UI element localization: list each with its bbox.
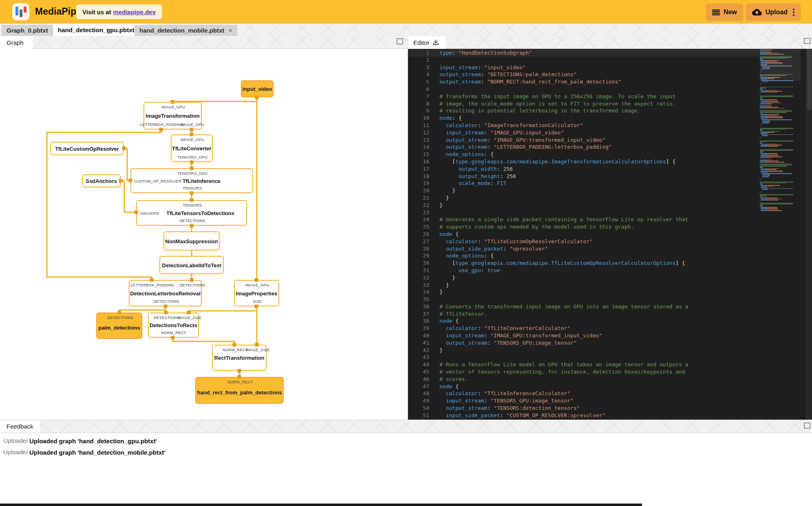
line-number: 34 xyxy=(408,288,429,296)
graph-node-input_video[interactable]: input_video xyxy=(241,80,274,97)
graph-node-palm_detections[interactable]: DETECTIONSpalm_detections xyxy=(96,312,142,339)
tab-graph-panel[interactable]: Graph xyxy=(0,36,33,49)
tab-label: hand_detection_gpu.pbtxt xyxy=(58,26,135,33)
line-number: 10 xyxy=(408,114,429,122)
line-number: 16 xyxy=(408,158,429,165)
node-label: TfLiteTensorsToDetections xyxy=(166,210,234,216)
port-label: DETECTIONS xyxy=(153,299,179,304)
line-number: 1 xyxy=(408,49,429,57)
port-label: CUSTOM_OP_RESOLVER xyxy=(134,178,181,183)
minimap[interactable] xyxy=(760,50,801,408)
node-label: palm_detections xyxy=(98,325,140,331)
graph-node-TfLiteTensorsToDetections[interactable]: TENSORSDETECTIONSANCHORSTfLiteTensorsToD… xyxy=(136,200,247,226)
line-number: 39 xyxy=(408,325,429,332)
graph-node-DetectionLabelIdToText[interactable]: DetectionLabelIdToText xyxy=(159,256,224,274)
code-line: 46# scores. xyxy=(408,376,759,383)
graph-node-DetectionsToRects[interactable]: DETECTIONSIMAGE_SIZENORM_RECTDetectionsT… xyxy=(148,312,199,338)
line-number: 35 xyxy=(408,296,429,303)
tab-hand-detection-gpu-pbtxt[interactable]: hand_detection_gpu.pbtxt ✕ xyxy=(53,24,148,36)
line-number: 5 xyxy=(408,78,429,86)
line-number: 45 xyxy=(408,368,429,376)
graph-node-ImageTransformation[interactable]: IMAGE_GPULETTERBOX_PADDINGIMAGE_GPUImage… xyxy=(143,102,202,130)
code-line: 16 [type.googleapis.com/mediapipe.ImageT… xyxy=(408,158,759,165)
code-line: 50 output_stream: "TENSORS:detection_ten… xyxy=(408,405,759,412)
tab-editor-panel[interactable]: Editor xyxy=(407,36,446,49)
expand-editor-icon[interactable] xyxy=(804,38,810,44)
code-line: 26node { xyxy=(408,231,759,238)
graph-node-NonMaxSuppression[interactable]: NonMaxSuppression xyxy=(163,231,220,251)
upload-menu-kebab-icon[interactable] xyxy=(793,9,794,16)
code-line: 44# Runs a TensorFlow Lite model on GPU … xyxy=(408,361,759,368)
node-label: TfLiteCustomOpResolver xyxy=(55,145,119,152)
graph-node-SsdAnchors[interactable]: SsdAnchors xyxy=(82,174,121,187)
code-line: 51 input_side_packet: "CUSTOM_OP_RESOLVE… xyxy=(408,412,759,419)
upload-button-label: Upload xyxy=(766,9,788,16)
download-icon[interactable] xyxy=(432,40,439,46)
code-lines[interactable]: 1type: "HandDetectionSubgraph"23input_st… xyxy=(408,49,759,419)
code-line: 4output_stream: "DETECTIONS:palm_detecti… xyxy=(408,71,759,78)
port-label: ANCHORS xyxy=(140,211,159,215)
graph-node-hand_rect_from_palm_detections[interactable]: NORM_RECThand_rect_from_palm_detections xyxy=(195,377,284,404)
file-tab-strip: Graph_0.pbtxt ✕ hand_detection_gpu.pbtxt… xyxy=(0,24,812,36)
line-number: 37 xyxy=(408,310,429,318)
port-label: IMAGE_GPU xyxy=(181,137,204,142)
upload-button[interactable]: Upload xyxy=(746,4,801,21)
line-number: 49 xyxy=(408,397,429,405)
graph-node-TfLiteCustomOpResolver[interactable]: TfLiteCustomOpResolver xyxy=(50,142,124,155)
graph-node-TfLiteInference[interactable]: TENSORS_GPUTENSORSCUSTOM_OP_RESOLVERTfLi… xyxy=(130,168,253,193)
line-number: 50 xyxy=(408,405,429,412)
line-number: 42 xyxy=(408,347,429,354)
node-label: hand_rect_from_palm_detections xyxy=(197,389,282,395)
tab-graph-0-pbtxt[interactable]: Graph_0.pbtxt ✕ xyxy=(2,25,61,36)
graph-node-TfLiteConverter[interactable]: IMAGE_GPUTENSORS_GPUTfLiteConverter xyxy=(171,134,213,162)
node-label: DetectionLetterboxRemoval xyxy=(130,290,201,296)
tab-feedback-panel[interactable]: Feedback xyxy=(0,420,40,433)
code-line: 12 input_stream: "IMAGE_GPU:input_video" xyxy=(408,129,759,136)
line-number: 44 xyxy=(408,361,429,368)
code-line: 39 calculator: "TfLiteConverterCalculato… xyxy=(408,325,759,332)
graph-node-RectTransformation[interactable]: NORM_RECTIMAGE_SIZERectTransformation xyxy=(212,345,267,371)
line-number: 7 xyxy=(408,93,429,100)
port-label: LETTERBOX_PADDING xyxy=(130,283,174,287)
code-line: 48 calculator: "TfLiteInferenceCalculato… xyxy=(408,390,759,397)
app-header: MediaPipe Visit us at mediapipe.dev New … xyxy=(0,0,812,24)
node-label: input_video xyxy=(243,86,272,92)
mediapipe-logo-icon xyxy=(12,3,29,20)
code-line: 35 xyxy=(408,296,759,303)
graph-canvas[interactable]: input_videoIMAGE_GPULETTERBOX_PADDINGIMA… xyxy=(0,49,408,420)
line-number: 40 xyxy=(408,332,429,339)
line-number: 22 xyxy=(408,202,429,209)
expand-graph-icon[interactable] xyxy=(397,38,403,44)
code-editor[interactable]: 1type: "HandDetectionSubgraph"23input_st… xyxy=(408,49,812,420)
graph-node-DetectionLetterboxRemoval[interactable]: LETTERBOX_PADDINGDETECTIONSDETECTIONSDet… xyxy=(129,280,202,306)
line-number: 36 xyxy=(408,303,429,310)
code-line: 1type: "HandDetectionSubgraph" xyxy=(408,49,759,57)
editor-scrollbar[interactable] xyxy=(806,49,812,420)
port-label: NORM_RECT xyxy=(227,380,253,384)
node-label: RectTransformation xyxy=(214,355,265,361)
feedback-tab-label: Feedback xyxy=(7,423,33,430)
code-line: 31 use_gpu: true xyxy=(408,267,759,274)
code-line: 2 xyxy=(408,57,759,64)
tab-label: hand_detection_mobile.pbtxt xyxy=(139,27,224,34)
code-line: 43 xyxy=(408,354,759,361)
new-button[interactable]: New xyxy=(706,4,743,21)
scrollbar-thumb[interactable] xyxy=(807,49,812,110)
node-label: ImageTransformation xyxy=(146,113,199,119)
port-label: IMAGE_SIZE xyxy=(177,315,201,320)
node-label: DetectionsToRects xyxy=(150,322,197,328)
tab-hand-detection-mobile-pbtxt[interactable]: hand_detection_mobile.pbtxt ✕ xyxy=(135,25,237,36)
port-label: IMAGE_SIZE xyxy=(245,348,269,352)
code-line: 37# TfLiteTensor. xyxy=(408,310,759,318)
line-number: 8 xyxy=(408,100,429,108)
feedback-message: Uploaded graph 'hand_detection_gpu.pbtxt… xyxy=(29,438,157,444)
graph-node-ImageProperties[interactable]: IMAGE_GPUSIZEImageProperties xyxy=(234,280,279,306)
mediapipe-dev-link[interactable]: mediapipe.dev xyxy=(113,9,156,15)
code-line: 22} xyxy=(408,202,759,209)
close-icon[interactable]: ✕ xyxy=(228,28,232,33)
expand-feedback-icon[interactable] xyxy=(804,422,810,429)
node-label: TfLiteInference xyxy=(183,178,221,184)
line-number: 6 xyxy=(408,86,429,93)
line-number: 2 xyxy=(408,57,429,64)
line-number: 4 xyxy=(408,71,429,78)
